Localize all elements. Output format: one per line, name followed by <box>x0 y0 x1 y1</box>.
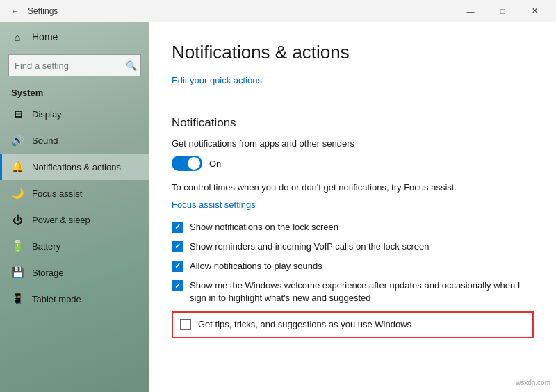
titlebar-title: Settings <box>28 6 455 16</box>
sidebar-item-label: Focus assist <box>32 188 82 199</box>
display-icon: 🖥 <box>11 108 24 120</box>
checkmark-icon: ✓ <box>174 243 181 250</box>
sidebar-item-label: Power & sleep <box>32 215 90 225</box>
checkbox-welcome-input[interactable]: ✓ <box>172 280 183 291</box>
checkbox-lock-screen[interactable]: ✓ Show notifications on the lock screen <box>172 221 534 234</box>
notifications-section-title: Notifications <box>172 116 534 130</box>
sidebar-item-label: Display <box>32 109 62 120</box>
minimize-button[interactable]: — <box>455 0 486 22</box>
sidebar-item-storage[interactable]: 💾 Storage <box>0 259 149 286</box>
sidebar-item-label: Tablet mode <box>32 294 81 304</box>
sidebar-item-sound[interactable]: 🔊 Sound <box>0 127 149 154</box>
tablet-icon: 📱 <box>11 293 24 305</box>
sidebar-home-label: Home <box>32 31 58 42</box>
notifications-toggle[interactable] <box>172 156 202 171</box>
sidebar-item-label: Storage <box>32 268 64 278</box>
sidebar-item-display[interactable]: 🖥 Display <box>0 101 149 127</box>
window-controls: — □ ✕ <box>455 0 550 22</box>
sidebar-item-label: Battery <box>32 241 60 252</box>
quick-actions-link[interactable]: Edit your quick actions <box>172 75 262 85</box>
checkmark-icon: ✓ <box>174 262 181 270</box>
checkbox-sounds-input[interactable]: ✓ <box>172 261 183 272</box>
focus-assist-text: To control times when you do or don't ge… <box>172 181 534 195</box>
highlighted-checkbox-row[interactable]: Get tips, tricks, and suggestions as you… <box>172 311 534 338</box>
checkbox-voip-input[interactable]: ✓ <box>172 241 183 252</box>
sidebar-item-label: Sound <box>32 136 58 146</box>
sidebar-section-label: System <box>0 82 149 101</box>
sidebar-search: 🔍 <box>8 54 141 76</box>
checkbox-lock-screen-input[interactable]: ✓ <box>172 222 183 233</box>
checkbox-welcome-label: Show me the Windows welcome experience a… <box>190 279 534 304</box>
sidebar-item-notifications[interactable]: 🔔 Notifications & actions <box>0 154 149 180</box>
sidebar: ⌂ Home 🔍 System 🖥 Display 🔊 Sound 🔔 Noti… <box>0 22 149 392</box>
checkbox-tips-label: Get tips, tricks, and suggestions as you… <box>198 318 411 331</box>
focus-assist-link[interactable]: Focus assist settings <box>172 199 256 210</box>
close-button[interactable]: ✕ <box>518 0 550 22</box>
sidebar-item-focus[interactable]: 🌙 Focus assist <box>0 180 149 206</box>
page-title: Notifications & actions <box>172 42 534 63</box>
toggle-row: On <box>172 156 534 171</box>
toggle-label: On <box>209 158 221 169</box>
sidebar-item-battery[interactable]: 🔋 Battery <box>0 233 149 259</box>
checkmark-icon: ✓ <box>174 282 181 290</box>
checkbox-voip-label: Show reminders and incoming VoIP calls o… <box>190 240 429 253</box>
checkbox-lock-screen-label: Show notifications on the lock screen <box>190 221 338 234</box>
notifications-apps-label: Get notifications from apps and other se… <box>172 138 534 149</box>
sidebar-item-power[interactable]: ⏻ Power & sleep <box>0 206 149 233</box>
battery-icon: 🔋 <box>11 240 24 252</box>
sidebar-item-tablet[interactable]: 📱 Tablet mode <box>0 286 149 312</box>
storage-icon: 💾 <box>11 266 24 279</box>
checkbox-sounds[interactable]: ✓ Allow notifications to play sounds <box>172 260 534 272</box>
maximize-button[interactable]: □ <box>486 0 518 22</box>
checkbox-welcome[interactable]: ✓ Show me the Windows welcome experience… <box>172 279 534 304</box>
sidebar-item-label: Notifications & actions <box>32 162 121 172</box>
back-button[interactable]: ← <box>6 1 25 21</box>
sound-icon: 🔊 <box>11 134 24 147</box>
toggle-knob <box>188 157 200 170</box>
focus-icon: 🌙 <box>11 187 24 199</box>
titlebar: ← Settings — □ ✕ <box>0 0 556 22</box>
content-area: Notifications & actions Edit your quick … <box>149 22 556 392</box>
power-icon: ⏻ <box>11 213 24 226</box>
checkmark-icon: ✓ <box>174 223 181 231</box>
home-icon: ⌂ <box>11 31 24 43</box>
checkbox-voip[interactable]: ✓ Show reminders and incoming VoIP calls… <box>172 240 534 253</box>
search-input[interactable] <box>8 54 141 76</box>
search-icon: 🔍 <box>126 60 137 71</box>
checkbox-tips-input[interactable] <box>180 319 191 330</box>
sidebar-item-home[interactable]: ⌂ Home <box>0 22 149 51</box>
checkbox-sounds-label: Allow notifications to play sounds <box>190 260 322 272</box>
back-icon: ← <box>11 6 19 16</box>
main-layout: ⌂ Home 🔍 System 🖥 Display 🔊 Sound 🔔 Noti… <box>0 22 556 392</box>
notifications-icon: 🔔 <box>11 161 24 173</box>
